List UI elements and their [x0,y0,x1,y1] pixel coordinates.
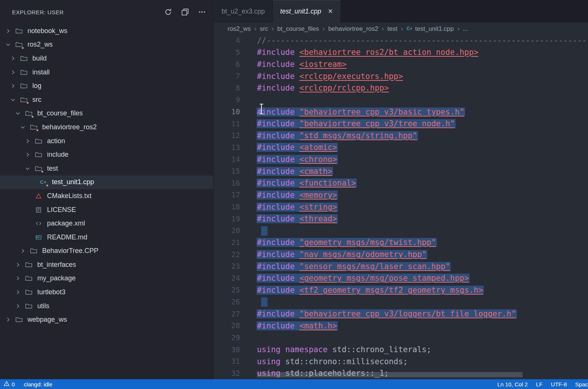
line-number[interactable]: 23 [214,262,240,271]
tree-item-action[interactable]: action [0,134,213,148]
line-number[interactable]: 9 [214,95,240,104]
status-clangd-status[interactable]: clangd: idle [24,381,52,387]
chevron-right-icon[interactable] [20,248,28,254]
line-number[interactable]: 31 [214,357,240,366]
chevron-right-icon[interactable] [10,70,18,75]
code-line-24[interactable]: 24#include <geometry_msgs/msg/pose_stamp… [214,272,588,285]
line-number[interactable]: 4 [214,36,240,45]
tree-item-BehaviorTree.CPP[interactable]: BehaviorTree.CPP [0,244,213,258]
code-line-23[interactable]: 23#include "sensor_msgs/msg/laser_scan.h… [214,260,588,272]
line-number[interactable]: 13 [214,143,240,152]
code-line-9[interactable]: 9 [214,94,588,106]
code-line-22[interactable]: 22#include "nav_msgs/msg/odometry.hpp" [214,248,588,260]
code-line-15[interactable]: 15#include <cmath> [214,165,588,177]
chevron-right-icon[interactable] [15,289,23,295]
chevron-down-icon[interactable] [5,42,13,47]
line-number[interactable]: 6 [214,60,240,69]
line-number[interactable]: 21 [214,238,240,247]
line-number[interactable]: 30 [214,345,240,354]
chevron-down-icon[interactable] [25,166,33,171]
code-line-13[interactable]: 13#include <atomic> [214,142,588,154]
line-number[interactable]: 11 [214,120,240,128]
code-line-29[interactable]: 29 [214,332,588,344]
tree-item-log[interactable]: log [0,79,213,93]
line-number[interactable]: 32 [214,369,240,378]
breadcrumb-item-test[interactable]: test [387,25,398,32]
tree-item-LICENSE[interactable]: LICENSE [0,203,213,217]
line-number[interactable]: 28 [214,321,240,330]
tree-item-bt_interfaces[interactable]: bt_interfaces [0,258,213,272]
tree-item-package.xml[interactable]: package.xml [0,216,213,230]
tree-item-test_unit1.cpp[interactable]: C+test_unit1.cpp [0,176,213,189]
status-indentation-indicator[interactable]: Spac [575,381,588,387]
status-cursor-position[interactable]: Ln 10, Col 2 [497,381,528,387]
tree-item-behaviortree_ros2[interactable]: behaviortree_ros2 [0,120,213,134]
code-line-5[interactable]: 5#include <behaviortree_ros2/bt_action_n… [214,47,588,59]
breadcrumb-item-src[interactable]: src [260,25,268,32]
code-line-28[interactable]: 28#include <math.h> [214,320,588,332]
chevron-right-icon[interactable] [5,28,13,34]
breadcrumb-item-bt_course_files[interactable]: bt_course_files [277,25,319,32]
line-number[interactable]: 19 [214,215,240,223]
line-number[interactable]: 20 [214,226,240,235]
code-line-21[interactable]: 21#include "geometry_msgs/msg/twist.hpp" [214,237,588,249]
code-line-10[interactable]: 10#include "behaviortree_cpp_v3/basic_ty… [214,106,588,118]
tree-item-my_package[interactable]: my_package [0,272,213,286]
code-line-12[interactable]: 12#include "std_msgs/msg/string.hpp" [214,130,588,142]
line-number[interactable]: 26 [214,298,240,306]
chevron-right-icon[interactable] [15,262,23,268]
code-line-11[interactable]: 11#include "behaviortree_cpp_v3/tree_nod… [214,118,588,130]
code-line-18[interactable]: 18#include <string> [214,201,588,213]
refresh-explorer-icon[interactable] [164,8,172,16]
code-area[interactable]: 4//-------------------------------------… [214,35,588,379]
tree-item-turtlebot3[interactable]: turtlebot3 [0,285,213,299]
tree-item-test[interactable]: test [0,162,213,176]
tree-item-webpage_ws[interactable]: webpage_ws [0,313,213,327]
line-number[interactable]: 10 [214,107,240,116]
line-number[interactable]: 22 [214,250,240,259]
code-line-7[interactable]: 7#include <rclcpp/executors.hpp> [214,70,588,82]
code-line-31[interactable]: 31using std::chrono::milliseconds; [214,356,588,368]
line-number[interactable]: 18 [214,203,240,211]
tab-bt_u2_ex3.cpp[interactable]: bt_u2_ex3.cpp [214,0,273,23]
line-number[interactable]: 27 [214,310,240,318]
chevron-right-icon[interactable] [10,83,18,89]
breadcrumb-item-ros2_ws[interactable]: ros2_ws [228,25,251,32]
split-editor-icon[interactable] [181,8,189,16]
code-line-19[interactable]: 19#include <thread> [214,213,588,225]
line-number[interactable]: 12 [214,131,240,140]
code-line-6[interactable]: 6#include <iostream> [214,58,588,70]
chevron-right-icon[interactable] [15,275,23,281]
chevron-down-icon[interactable] [15,110,23,116]
code-line-26[interactable]: 26 [214,296,588,308]
chevron-down-icon[interactable] [20,124,28,130]
line-number[interactable]: 17 [214,191,240,199]
tree-item-notebook_ws[interactable]: notebook_ws [0,24,213,38]
line-number[interactable]: 15 [214,167,240,176]
code-line-4[interactable]: 4//-------------------------------------… [214,35,588,47]
tree-item-install[interactable]: install [0,65,213,79]
horizontal-scrollbar-thumb[interactable] [257,372,523,377]
code-line-27[interactable]: 27#include "behaviortree_cpp_v3/loggers/… [214,308,588,320]
line-number[interactable]: 14 [214,155,240,164]
line-number[interactable]: 8 [214,84,240,92]
code-line-8[interactable]: 8#include <rclcpp/rclcpp.hpp> [214,82,588,94]
code-line-20[interactable]: 20 [214,225,588,237]
code-line-16[interactable]: 16#include <functional> [214,177,588,189]
tree-item-utils[interactable]: utils [0,299,213,313]
tree-item-src[interactable]: src [0,93,213,107]
tree-item-include[interactable]: include [0,148,213,162]
status-eol-indicator[interactable]: LF [536,381,543,387]
tab-test_unit1.cpp[interactable]: test_unit1.cpp× [273,0,341,23]
status-encoding-indicator[interactable]: UTF-8 [551,381,567,387]
breadcrumb-item-test_unit1.cpp[interactable]: C+test_unit1.cpp [407,25,454,32]
more-actions-icon[interactable] [198,8,206,16]
chevron-right-icon[interactable] [25,152,33,157]
breadcrumb-item-...[interactable]: ... [463,25,468,32]
line-number[interactable]: 5 [214,48,240,57]
code-line-14[interactable]: 14#include <chrono> [214,153,588,165]
code-line-30[interactable]: 30using namespace std::chrono_literals; [214,344,588,356]
chevron-right-icon[interactable] [5,317,13,322]
chevron-right-icon[interactable] [25,138,33,144]
line-number[interactable]: 16 [214,179,240,188]
